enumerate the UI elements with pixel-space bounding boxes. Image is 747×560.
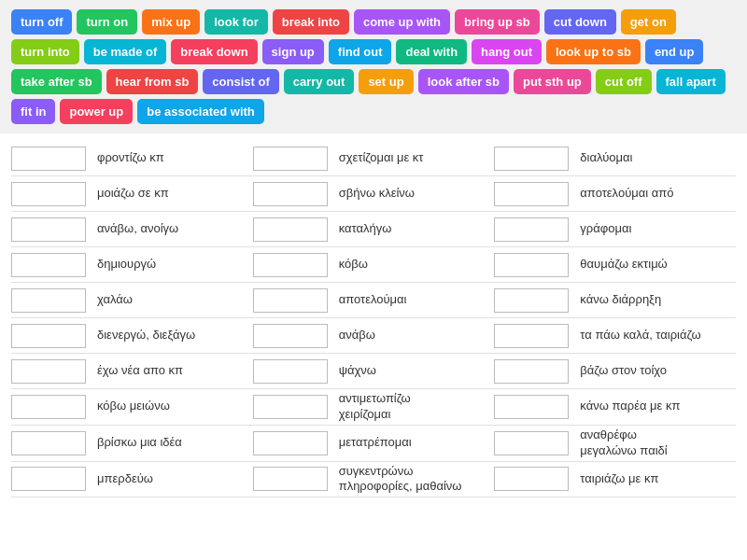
phrase-btn-end-up[interactable]: end up <box>645 39 704 64</box>
match-input-col3-7[interactable] <box>494 395 569 419</box>
match-label-col1-2: ανάβω, ανοίγω <box>95 219 253 239</box>
match-label-col3-9: ταιριάζω με κπ <box>578 469 736 489</box>
matching-area: φροντίζω κπσχετίζομαι με κτδιαλύομαιμοιά… <box>0 133 747 505</box>
phrase-btn-hang-out[interactable]: hang out <box>472 39 542 64</box>
match-row: φροντίζω κπσχετίζομαι με κτδιαλύομαι <box>11 141 736 176</box>
phrase-bank: turn offturn onmix uplook forbreak intoc… <box>0 0 747 133</box>
match-label-col1-3: δημιουργώ <box>95 255 253 274</box>
match-input-col2-2[interactable] <box>253 217 328 242</box>
match-input-col2-9[interactable] <box>253 467 328 491</box>
match-row: βρίσκω μια ιδέαμετατρέπομαιαναθρέφω μεγα… <box>11 426 736 462</box>
phrase-btn-put-sth-up[interactable]: put sth up <box>514 69 591 94</box>
match-input-col3-6[interactable] <box>494 359 569 384</box>
phrase-btn-sign-up[interactable]: sign up <box>262 39 324 64</box>
match-input-col1-5[interactable] <box>11 324 86 348</box>
phrase-btn-be-made-of[interactable]: be made of <box>84 39 167 64</box>
match-label-col3-8: αναθρέφω μεγαλώνω παιδί <box>578 426 736 461</box>
match-input-col3-9[interactable] <box>494 467 569 491</box>
match-label-col2-8: μετατρέπομαι <box>337 433 495 453</box>
match-label-col3-7: κάνω παρέα με κπ <box>578 397 736 416</box>
match-input-col3-5[interactable] <box>494 324 569 348</box>
match-label-col2-9: συγκεντρώνω πληροφορίες, μαθαίνω <box>337 462 495 497</box>
phrase-btn-turn-into[interactable]: turn into <box>11 39 79 64</box>
match-input-col1-6[interactable] <box>11 359 86 384</box>
phrase-btn-come-up-with[interactable]: come up with <box>354 9 450 35</box>
match-label-col1-7: κόβω μειώνω <box>95 397 253 416</box>
phrase-btn-look-after-sb[interactable]: look after sb <box>418 69 509 94</box>
match-label-col2-0: σχετίζομαι με κτ <box>337 148 495 168</box>
match-label-col2-3: κόβω <box>337 255 495 274</box>
match-label-col2-1: σβήνω κλείνω <box>337 184 495 203</box>
match-input-col1-8[interactable] <box>11 431 86 455</box>
phrase-btn-break-into[interactable]: break into <box>273 9 349 35</box>
match-input-col3-8[interactable] <box>494 431 569 455</box>
match-input-col2-6[interactable] <box>253 359 328 384</box>
phrase-btn-be-associated-with[interactable]: be associated with <box>137 99 264 124</box>
match-input-col3-2[interactable] <box>494 217 569 242</box>
phrase-btn-look-up-to-sb[interactable]: look up to sb <box>546 39 641 64</box>
phrase-btn-fit-in[interactable]: fit in <box>11 99 55 124</box>
match-input-col2-3[interactable] <box>253 253 328 277</box>
phrase-btn-consist-of[interactable]: consist of <box>203 69 278 94</box>
match-label-col1-9: μπερδεύω <box>95 469 253 489</box>
match-label-col1-5: διενεργώ, διεξάγω <box>95 326 253 345</box>
match-input-col1-0[interactable] <box>11 147 86 171</box>
phrase-btn-bring-up-sb[interactable]: bring up sb <box>455 9 540 35</box>
match-row: μπερδεύωσυγκεντρώνω πληροφορίες, μαθαίνω… <box>11 462 736 498</box>
match-label-col3-5: τα πάω καλά, ταιριάζω <box>578 326 736 345</box>
phrase-btn-cut-down[interactable]: cut down <box>544 9 616 35</box>
phrase-btn-break-down[interactable]: break down <box>171 39 257 64</box>
match-input-col2-5[interactable] <box>253 324 328 348</box>
phrase-btn-deal-with[interactable]: deal with <box>396 39 467 64</box>
phrase-btn-hear-from-sb[interactable]: hear from sb <box>106 69 199 94</box>
match-row: ανάβω, ανοίγωκαταλήγωγράφομαι <box>11 212 736 247</box>
match-input-col3-0[interactable] <box>494 147 569 171</box>
match-label-col3-2: γράφομαι <box>578 219 736 239</box>
match-row: δημιουργώκόβωθαυμάζω εκτιμώ <box>11 247 736 283</box>
phrase-btn-find-out[interactable]: find out <box>329 39 392 64</box>
match-label-col2-4: αποτελούμαι <box>337 290 495 310</box>
match-input-col2-7[interactable] <box>253 395 328 419</box>
match-label-col3-4: κάνω διάρρηξη <box>578 290 736 310</box>
phrase-btn-look-for[interactable]: look for <box>204 9 268 35</box>
match-input-col1-1[interactable] <box>11 182 86 206</box>
match-row: διενεργώ, διεξάγωανάβωτα πάω καλά, ταιρι… <box>11 318 736 354</box>
match-row: έχω νέα απο κπψάχνωβάζω στον τοίχο <box>11 354 736 389</box>
match-label-col1-4: χαλάω <box>95 290 253 310</box>
match-input-col3-4[interactable] <box>494 288 569 313</box>
match-input-col2-8[interactable] <box>253 431 328 455</box>
match-row: μοιάζω σε κπσβήνω κλείνωαποτελούμαι από <box>11 176 736 212</box>
match-row: χαλάωαποτελούμαικάνω διάρρηξη <box>11 283 736 318</box>
match-input-col3-1[interactable] <box>494 182 569 206</box>
match-label-col3-0: διαλύομαι <box>578 148 736 168</box>
match-input-col3-3[interactable] <box>494 253 569 277</box>
phrase-btn-get-on[interactable]: get on <box>621 9 676 35</box>
match-input-col1-4[interactable] <box>11 288 86 313</box>
match-input-col1-7[interactable] <box>11 395 86 419</box>
match-label-col1-8: βρίσκω μια ιδέα <box>95 433 253 453</box>
match-input-col2-1[interactable] <box>253 182 328 206</box>
match-label-col2-7: αντιμετωπίζω χειρίζομαι <box>337 389 495 425</box>
match-label-col2-2: καταλήγω <box>337 219 495 239</box>
phrase-btn-take-after-sb[interactable]: take after sb <box>11 69 102 94</box>
match-label-col3-1: αποτελούμαι από <box>578 184 736 203</box>
match-input-col2-4[interactable] <box>253 288 328 313</box>
phrase-btn-fall-apart[interactable]: fall apart <box>656 69 726 94</box>
match-input-col1-9[interactable] <box>11 467 86 491</box>
phrase-btn-power-up[interactable]: power up <box>60 99 133 124</box>
match-input-col1-2[interactable] <box>11 217 86 242</box>
match-input-col1-3[interactable] <box>11 253 86 277</box>
phrase-btn-carry-out[interactable]: carry out <box>284 69 355 94</box>
match-label-col1-6: έχω νέα απο κπ <box>95 361 253 381</box>
match-label-col3-6: βάζω στον τοίχο <box>578 361 736 381</box>
phrase-btn-turn-on[interactable]: turn on <box>77 9 137 35</box>
phrase-btn-mix-up[interactable]: mix up <box>142 9 200 35</box>
match-label-col1-1: μοιάζω σε κπ <box>95 184 253 203</box>
match-label-col2-5: ανάβω <box>337 326 495 345</box>
phrase-btn-turn-off[interactable]: turn off <box>11 9 72 35</box>
phrase-btn-cut-off[interactable]: cut off <box>596 69 652 94</box>
phrase-btn-set-up[interactable]: set up <box>359 69 413 94</box>
match-label-col2-6: ψάχνω <box>337 361 495 381</box>
match-input-col2-0[interactable] <box>253 147 328 171</box>
match-row: κόβω μειώνωαντιμετωπίζω χειρίζομαικάνω π… <box>11 389 736 426</box>
